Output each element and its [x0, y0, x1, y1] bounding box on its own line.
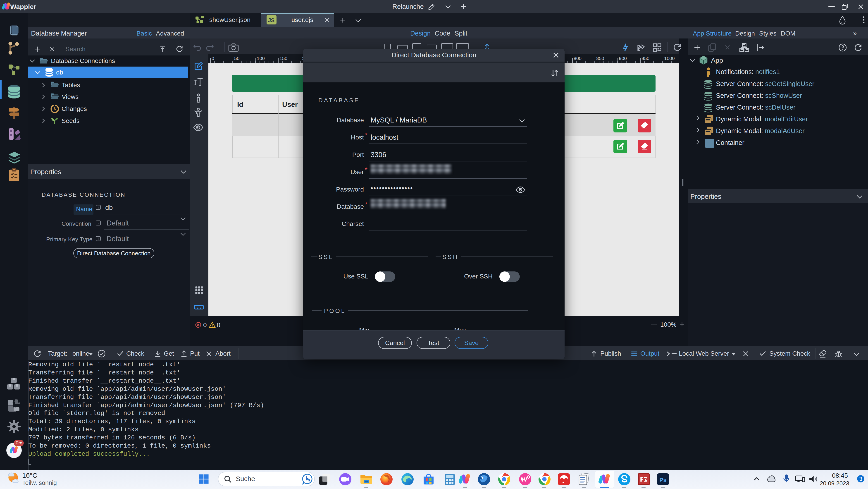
svg-text:Ps: Ps	[659, 477, 666, 483]
